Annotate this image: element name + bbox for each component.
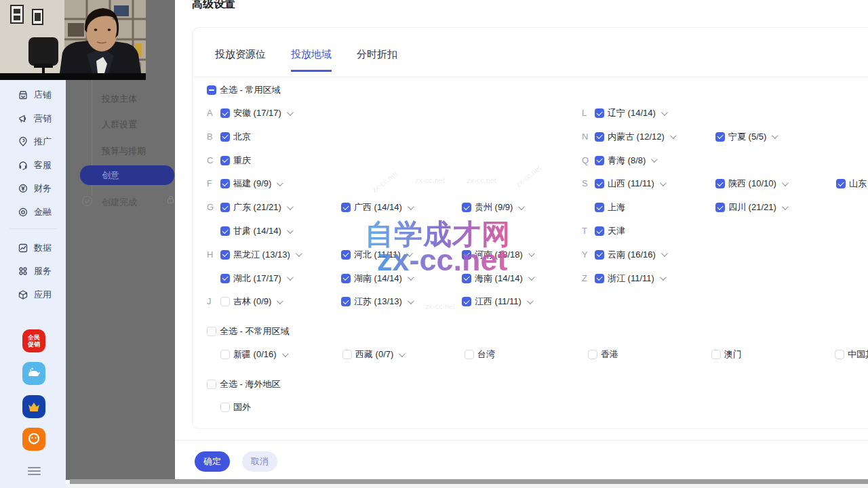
region-label: 山东 (16/16) bbox=[849, 178, 868, 190]
region-label: 重庆 bbox=[233, 155, 251, 167]
region-item: 广西 (14/14) bbox=[341, 201, 412, 214]
confirm-button[interactable]: 确定 bbox=[195, 451, 230, 472]
checkbox[interactable] bbox=[341, 250, 351, 260]
horizontal-scrollbar-track[interactable] bbox=[66, 484, 868, 488]
promo-app-icon[interactable]: 全民 促销 bbox=[22, 329, 45, 352]
checkbox[interactable] bbox=[220, 297, 230, 306]
checkbox[interactable] bbox=[462, 203, 471, 212]
region-label: 江苏 (13/13) bbox=[354, 296, 402, 308]
sidebar-item-财务[interactable]: 财务 bbox=[18, 182, 52, 195]
wizard-step[interactable]: 创建完成 bbox=[102, 197, 137, 209]
wizard-step-label: 人群设置 bbox=[102, 119, 137, 129]
checkbox[interactable] bbox=[835, 350, 844, 359]
checkbox[interactable] bbox=[595, 203, 604, 212]
region-label: 安徽 (17/17) bbox=[233, 107, 281, 119]
checkbox[interactable] bbox=[595, 226, 604, 236]
checkbox[interactable] bbox=[341, 274, 351, 283]
whale-app-icon[interactable] bbox=[22, 362, 45, 385]
cancel-button[interactable]: 取消 bbox=[242, 451, 277, 472]
sidebar-item-数据[interactable]: 数据 bbox=[18, 241, 52, 255]
checkbox[interactable] bbox=[595, 250, 604, 260]
checkbox[interactable] bbox=[588, 350, 597, 359]
tab-label: 投放地域 bbox=[291, 48, 332, 60]
checkbox[interactable] bbox=[595, 156, 604, 165]
region-label: 广西 (14/14) bbox=[354, 201, 402, 214]
checkbox[interactable] bbox=[220, 179, 230, 188]
headset-icon bbox=[18, 160, 28, 171]
checkbox[interactable] bbox=[220, 274, 230, 283]
checkbox[interactable] bbox=[220, 108, 230, 118]
wangwang-app-icon[interactable] bbox=[22, 428, 45, 451]
checkbox[interactable] bbox=[220, 226, 230, 236]
region-label: 贵州 (9/9) bbox=[475, 201, 513, 214]
advanced-settings-modal: 高级设置 投放资源位投放地域分时折扣 bbox=[175, 0, 868, 488]
checkbox[interactable] bbox=[220, 132, 230, 142]
checkbox[interactable] bbox=[207, 380, 216, 389]
coin-icon bbox=[18, 183, 28, 194]
checkbox[interactable] bbox=[465, 350, 474, 359]
region-item: 新疆 (0/16) bbox=[220, 348, 287, 361]
checkbox[interactable] bbox=[220, 156, 230, 165]
checkbox[interactable] bbox=[220, 203, 230, 212]
checkbox[interactable] bbox=[207, 327, 216, 336]
sidebar-item-金融[interactable]: 金融 bbox=[18, 205, 52, 219]
checkbox[interactable] bbox=[462, 274, 471, 283]
checkbox[interactable] bbox=[462, 297, 471, 306]
checkbox[interactable] bbox=[341, 203, 351, 212]
region-label: 河南 (18/18) bbox=[475, 249, 523, 261]
region-item: 天津 bbox=[595, 224, 625, 238]
letter-group-label: Q bbox=[582, 154, 593, 167]
sidebar-item-店铺[interactable]: 店铺 bbox=[18, 88, 52, 102]
sidebar-item-label: 服务 bbox=[34, 265, 52, 277]
tab-投放地域[interactable]: 投放地域 bbox=[291, 48, 332, 72]
wizard-step-label: 预算与排期 bbox=[102, 146, 146, 156]
crown-app-icon[interactable] bbox=[22, 395, 45, 418]
wizard-step[interactable]: 人群设置 bbox=[102, 119, 137, 131]
checkbox[interactable] bbox=[715, 203, 725, 212]
select-all-row: 全选 - 不常用区域 bbox=[207, 325, 290, 338]
checkbox[interactable] bbox=[595, 179, 604, 188]
checkbox[interactable] bbox=[220, 250, 230, 260]
region-item: 青海 (8/8) bbox=[595, 154, 656, 167]
sidebar-item-营销[interactable]: 营销 bbox=[18, 112, 52, 125]
letter-group-label: L bbox=[582, 106, 593, 120]
checkbox[interactable] bbox=[220, 403, 230, 412]
region-item: 黑龙江 (13/13) bbox=[220, 248, 300, 262]
checkbox[interactable] bbox=[462, 250, 471, 260]
checkbox[interactable] bbox=[595, 132, 604, 142]
select-all-row: 全选 - 常用区域 bbox=[207, 83, 281, 97]
sidebar-item-推广[interactable]: 推广 bbox=[18, 135, 52, 148]
webcam-video-overlay bbox=[0, 0, 146, 80]
shop-icon bbox=[18, 89, 28, 100]
sidebar-item-服务[interactable]: 服务 bbox=[18, 264, 52, 278]
region-item: 澳门 bbox=[711, 348, 742, 361]
checkbox[interactable] bbox=[715, 179, 725, 188]
region-label: 黑龙江 (13/13) bbox=[233, 249, 290, 261]
tab-投放资源位[interactable]: 投放资源位 bbox=[215, 48, 266, 70]
checkbox[interactable] bbox=[342, 350, 352, 359]
region-label: 江西 (11/11) bbox=[475, 296, 521, 308]
checkbox[interactable] bbox=[341, 297, 351, 306]
wizard-step[interactable]: 预算与排期 bbox=[102, 145, 146, 157]
sidebar-item-应用[interactable]: 应用 bbox=[18, 288, 52, 302]
region-label: 广东 (21/21) bbox=[233, 201, 281, 214]
region-label: 浙江 (11/11) bbox=[608, 272, 654, 285]
wizard-step[interactable]: 投放主体 bbox=[102, 93, 137, 105]
hamburger-menu-icon[interactable] bbox=[28, 467, 41, 475]
sidebar-item-客服[interactable]: 客服 bbox=[18, 159, 52, 172]
region-label: 甘肃 (14/14) bbox=[233, 225, 281, 237]
region-item: 贵州 (9/9) bbox=[462, 201, 523, 214]
horizontal-scrollbar-thumb[interactable] bbox=[70, 479, 868, 484]
region-item: 河北 (11/11) bbox=[341, 248, 411, 262]
wizard-step-active[interactable]: 创意 bbox=[80, 165, 174, 185]
checkbox[interactable] bbox=[207, 85, 216, 95]
region-label: 吉林 (0/9) bbox=[233, 296, 271, 308]
checkbox[interactable] bbox=[715, 132, 725, 142]
checkbox[interactable] bbox=[595, 108, 604, 118]
checkbox[interactable] bbox=[836, 179, 846, 188]
tab-分时折扣[interactable]: 分时折扣 bbox=[357, 48, 397, 70]
checkbox[interactable] bbox=[711, 350, 721, 359]
checkbox[interactable] bbox=[220, 350, 230, 359]
checkbox[interactable] bbox=[595, 274, 604, 283]
region-label: 湖南 (14/14) bbox=[354, 272, 402, 285]
